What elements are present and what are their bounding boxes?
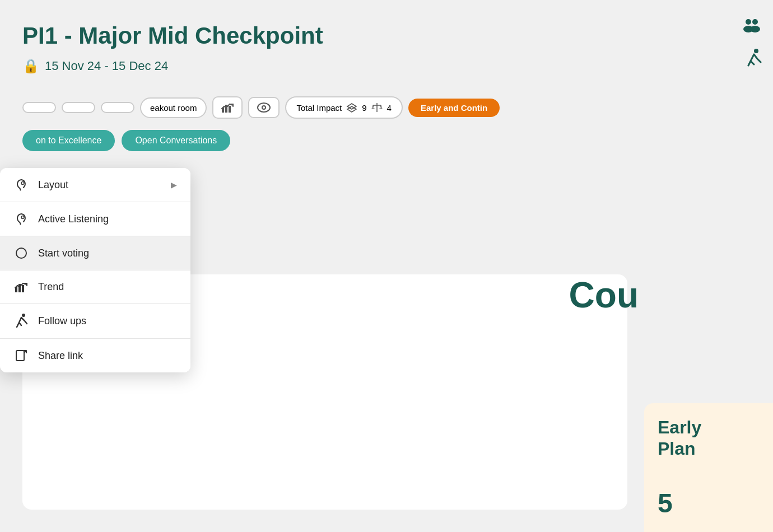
eye-button[interactable]	[248, 97, 280, 118]
date-row: 🔒 15 Nov 24 - 15 Dec 24	[22, 58, 751, 74]
total-impact-scales: 4	[387, 103, 392, 113]
follow-ups-run-icon	[13, 314, 29, 328]
card-title: Early Plan	[658, 417, 760, 460]
menu-start-voting-label: Start voting	[38, 248, 89, 259]
toolbar-btn-3[interactable]	[101, 102, 134, 113]
breakout-room-label: eakout room	[150, 103, 197, 113]
svg-point-0	[746, 19, 751, 25]
menu-layout-arrow: ▶	[171, 180, 177, 189]
svg-point-4	[754, 49, 758, 53]
date-range: 15 Nov 24 - 15 Dec 24	[45, 59, 168, 73]
group-icon[interactable]	[742, 17, 762, 38]
tab-excellence-label: on to Excellence	[36, 136, 101, 145]
tabs-row: on to Excellence Open Conversations	[22, 130, 751, 151]
run-icon[interactable]	[746, 49, 762, 73]
lock-icon: 🔒	[22, 58, 39, 74]
menu-follow-ups-label: Follow ups	[38, 315, 86, 327]
toolbar: eakout room Total Impact	[22, 96, 751, 119]
voting-circle-icon	[13, 246, 29, 260]
svg-point-10	[263, 106, 265, 109]
trend-chart-icon	[221, 102, 234, 113]
card-title-line1: Early	[658, 417, 701, 437]
svg-rect-6	[225, 105, 227, 113]
page-title: PI1 - Major Mid Checkpoint	[22, 22, 751, 49]
toolbar-btn-1[interactable]	[22, 102, 56, 113]
toolbar-btn-2[interactable]	[62, 102, 95, 113]
svg-point-17	[16, 248, 26, 258]
menu-item-layout[interactable]: Layout ▶	[0, 168, 190, 202]
early-continue-button[interactable]: Early and Contin	[408, 99, 500, 117]
menu-item-share-link[interactable]: Share link	[0, 339, 190, 372]
trend-menu-icon	[13, 281, 29, 293]
layers-icon	[346, 102, 357, 113]
tab-open-conversations-label: Open Conversations	[135, 136, 217, 145]
svg-rect-7	[229, 106, 231, 113]
early-btn-label: Early and Contin	[421, 103, 487, 113]
tab-excellence[interactable]: on to Excellence	[22, 130, 115, 151]
svg-rect-22	[16, 351, 24, 361]
menu-trend-label: Trend	[38, 281, 64, 293]
svg-rect-20	[22, 285, 24, 292]
share-link-icon	[13, 349, 29, 362]
trend-button[interactable]	[212, 96, 243, 119]
card-title-line2: Plan	[658, 438, 696, 459]
menu-item-start-voting[interactable]: Start voting	[0, 236, 190, 270]
svg-point-15	[21, 182, 24, 185]
menu-active-listening-label: Active Listening	[38, 213, 109, 225]
bottom-card: Early Plan 5	[644, 403, 773, 532]
card-number: 5	[658, 488, 760, 519]
dropdown-menu: Layout ▶ Active Listening Start voting	[0, 168, 190, 372]
svg-point-21	[22, 314, 25, 317]
layout-ear-icon	[13, 178, 29, 192]
right-panel	[672, 0, 773, 90]
total-impact-label: Total Impact	[296, 103, 342, 113]
total-impact-button[interactable]: Total Impact 9 4	[285, 96, 403, 119]
menu-item-active-listening[interactable]: Active Listening	[0, 202, 190, 236]
tab-open-conversations[interactable]: Open Conversations	[122, 130, 230, 151]
scales-icon	[371, 102, 383, 113]
svg-point-1	[752, 19, 758, 25]
breakout-room-button[interactable]: eakout room	[140, 97, 207, 118]
menu-share-link-label: Share link	[38, 350, 83, 362]
eye-icon	[257, 102, 271, 113]
svg-point-16	[21, 216, 24, 219]
cou-partial-text: Cou	[569, 274, 639, 316]
svg-point-3	[750, 26, 760, 32]
total-impact-number: 9	[362, 103, 366, 113]
menu-layout-label: Layout	[38, 179, 68, 191]
active-listening-ear-icon	[13, 212, 29, 226]
menu-item-trend[interactable]: Trend	[0, 270, 190, 303]
menu-item-follow-ups[interactable]: Follow ups	[0, 304, 190, 338]
